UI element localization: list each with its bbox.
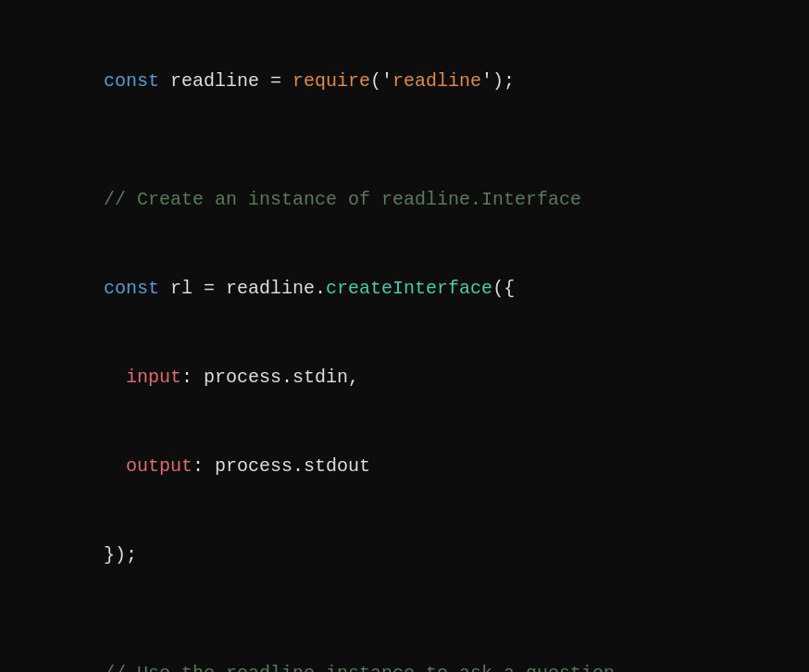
prop-output: output (126, 455, 193, 477)
keyword-const-2: const (104, 278, 170, 299)
code-line-6: }); (37, 511, 772, 600)
colon-process-stdin: : process.stdin, (181, 367, 359, 388)
code-block: const readline = require('readline'); //… (37, 37, 772, 672)
prop-input: input (126, 367, 181, 388)
var-rl: rl (170, 278, 193, 299)
dot-1: . (315, 278, 326, 299)
closing-brace-1: }); (104, 544, 137, 566)
indent-1 (104, 367, 126, 388)
op-eq: = (259, 70, 292, 92)
keyword-const: const (104, 70, 170, 92)
var-readline: readline (170, 70, 259, 92)
comment-text-2: // Use the readline instance to ask a qu… (104, 663, 615, 672)
fn-createInterface: createInterface (326, 278, 492, 299)
code-line-5: output: process.stdout (37, 422, 772, 511)
indent-2 (104, 455, 126, 477)
code-line-3: const rl = readline.createInterface({ (37, 244, 772, 333)
comment-line-1: // Create an instance of readline.Interf… (37, 156, 772, 244)
empty-line-1 (37, 126, 772, 156)
empty-line-2 (37, 600, 772, 629)
op-eq-2: = (193, 278, 226, 299)
code-line-1: const readline = require('readline'); (37, 37, 772, 126)
code-container: const readline = require('readline'); //… (0, 0, 809, 672)
colon-process-stdout: : process.stdout (193, 455, 370, 477)
comment-text-1: // Create an instance of readline.Interf… (104, 189, 581, 210)
fn-require: require (292, 70, 370, 92)
paren-open: (' (370, 70, 392, 92)
brace-open: ({ (492, 278, 515, 299)
paren-close: '); (481, 70, 515, 92)
obj-readline: readline (226, 278, 315, 299)
comment-line-2: // Use the readline instance to ask a qu… (37, 629, 772, 672)
str-readline: readline (392, 70, 481, 92)
code-line-4: input: process.stdin, (37, 333, 772, 422)
